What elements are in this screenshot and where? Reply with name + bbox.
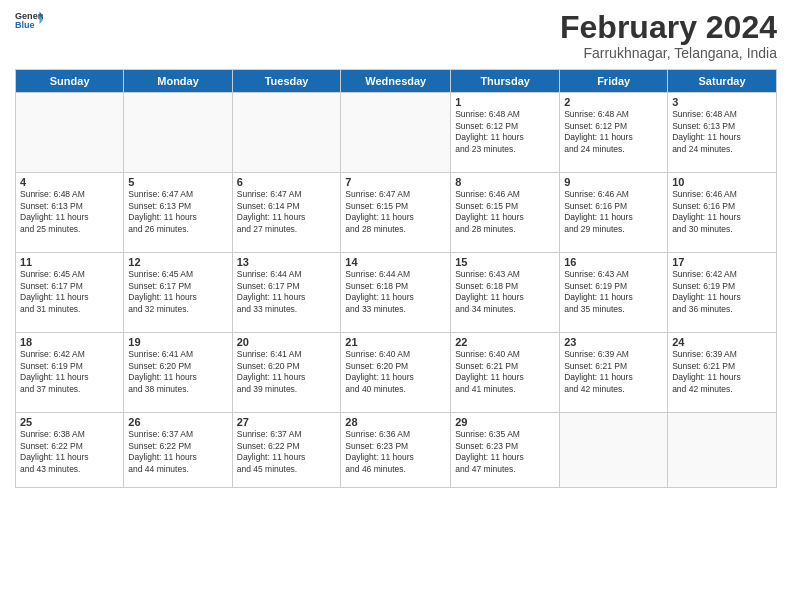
calendar-cell: 19Sunrise: 6:41 AM Sunset: 6:20 PM Dayli… <box>124 333 232 413</box>
day-number: 19 <box>128 336 227 348</box>
day-info: Sunrise: 6:43 AM Sunset: 6:18 PM Dayligh… <box>455 269 555 315</box>
day-number: 16 <box>564 256 663 268</box>
day-number: 5 <box>128 176 227 188</box>
day-info: Sunrise: 6:47 AM Sunset: 6:15 PM Dayligh… <box>345 189 446 235</box>
calendar-cell: 10Sunrise: 6:46 AM Sunset: 6:16 PM Dayli… <box>668 173 777 253</box>
calendar-cell: 27Sunrise: 6:37 AM Sunset: 6:22 PM Dayli… <box>232 413 341 488</box>
day-info: Sunrise: 6:39 AM Sunset: 6:21 PM Dayligh… <box>564 349 663 395</box>
day-number: 7 <box>345 176 446 188</box>
main-title: February 2024 <box>560 10 777 45</box>
calendar-cell <box>341 93 451 173</box>
day-info: Sunrise: 6:45 AM Sunset: 6:17 PM Dayligh… <box>20 269 119 315</box>
logo-icon: General Blue <box>15 10 43 30</box>
day-number: 28 <box>345 416 446 428</box>
calendar-cell: 5Sunrise: 6:47 AM Sunset: 6:13 PM Daylig… <box>124 173 232 253</box>
day-number: 26 <box>128 416 227 428</box>
day-info: Sunrise: 6:41 AM Sunset: 6:20 PM Dayligh… <box>237 349 337 395</box>
day-info: Sunrise: 6:40 AM Sunset: 6:21 PM Dayligh… <box>455 349 555 395</box>
day-info: Sunrise: 6:44 AM Sunset: 6:18 PM Dayligh… <box>345 269 446 315</box>
day-number: 2 <box>564 96 663 108</box>
day-info: Sunrise: 6:48 AM Sunset: 6:12 PM Dayligh… <box>455 109 555 155</box>
page: General Blue February 2024 Farrukhnagar,… <box>0 0 792 612</box>
col-saturday: Saturday <box>668 70 777 93</box>
calendar-week-2: 4Sunrise: 6:48 AM Sunset: 6:13 PM Daylig… <box>16 173 777 253</box>
calendar-cell: 24Sunrise: 6:39 AM Sunset: 6:21 PM Dayli… <box>668 333 777 413</box>
day-info: Sunrise: 6:48 AM Sunset: 6:13 PM Dayligh… <box>672 109 772 155</box>
col-wednesday: Wednesday <box>341 70 451 93</box>
day-number: 11 <box>20 256 119 268</box>
day-number: 15 <box>455 256 555 268</box>
svg-text:Blue: Blue <box>15 20 35 30</box>
calendar-cell: 13Sunrise: 6:44 AM Sunset: 6:17 PM Dayli… <box>232 253 341 333</box>
day-number: 6 <box>237 176 337 188</box>
calendar-cell: 17Sunrise: 6:42 AM Sunset: 6:19 PM Dayli… <box>668 253 777 333</box>
day-info: Sunrise: 6:43 AM Sunset: 6:19 PM Dayligh… <box>564 269 663 315</box>
day-info: Sunrise: 6:46 AM Sunset: 6:15 PM Dayligh… <box>455 189 555 235</box>
calendar-cell: 4Sunrise: 6:48 AM Sunset: 6:13 PM Daylig… <box>16 173 124 253</box>
day-info: Sunrise: 6:48 AM Sunset: 6:12 PM Dayligh… <box>564 109 663 155</box>
calendar-cell: 20Sunrise: 6:41 AM Sunset: 6:20 PM Dayli… <box>232 333 341 413</box>
day-number: 17 <box>672 256 772 268</box>
col-thursday: Thursday <box>451 70 560 93</box>
calendar-week-5: 25Sunrise: 6:38 AM Sunset: 6:22 PM Dayli… <box>16 413 777 488</box>
calendar-week-3: 11Sunrise: 6:45 AM Sunset: 6:17 PM Dayli… <box>16 253 777 333</box>
calendar-cell: 23Sunrise: 6:39 AM Sunset: 6:21 PM Dayli… <box>560 333 668 413</box>
day-info: Sunrise: 6:47 AM Sunset: 6:13 PM Dayligh… <box>128 189 227 235</box>
day-number: 22 <box>455 336 555 348</box>
day-info: Sunrise: 6:42 AM Sunset: 6:19 PM Dayligh… <box>672 269 772 315</box>
calendar-week-4: 18Sunrise: 6:42 AM Sunset: 6:19 PM Dayli… <box>16 333 777 413</box>
day-number: 12 <box>128 256 227 268</box>
calendar-cell: 12Sunrise: 6:45 AM Sunset: 6:17 PM Dayli… <box>124 253 232 333</box>
day-info: Sunrise: 6:41 AM Sunset: 6:20 PM Dayligh… <box>128 349 227 395</box>
day-number: 10 <box>672 176 772 188</box>
day-info: Sunrise: 6:38 AM Sunset: 6:22 PM Dayligh… <box>20 429 119 475</box>
calendar-cell: 26Sunrise: 6:37 AM Sunset: 6:22 PM Dayli… <box>124 413 232 488</box>
day-info: Sunrise: 6:48 AM Sunset: 6:13 PM Dayligh… <box>20 189 119 235</box>
day-number: 27 <box>237 416 337 428</box>
day-number: 25 <box>20 416 119 428</box>
day-info: Sunrise: 6:37 AM Sunset: 6:22 PM Dayligh… <box>237 429 337 475</box>
day-number: 24 <box>672 336 772 348</box>
col-friday: Friday <box>560 70 668 93</box>
day-info: Sunrise: 6:44 AM Sunset: 6:17 PM Dayligh… <box>237 269 337 315</box>
day-number: 9 <box>564 176 663 188</box>
calendar-cell: 22Sunrise: 6:40 AM Sunset: 6:21 PM Dayli… <box>451 333 560 413</box>
calendar-cell: 8Sunrise: 6:46 AM Sunset: 6:15 PM Daylig… <box>451 173 560 253</box>
calendar-cell <box>560 413 668 488</box>
calendar-header: Sunday Monday Tuesday Wednesday Thursday… <box>16 70 777 93</box>
day-number: 21 <box>345 336 446 348</box>
day-number: 13 <box>237 256 337 268</box>
day-number: 8 <box>455 176 555 188</box>
day-number: 4 <box>20 176 119 188</box>
col-sunday: Sunday <box>16 70 124 93</box>
calendar-cell: 28Sunrise: 6:36 AM Sunset: 6:23 PM Dayli… <box>341 413 451 488</box>
calendar-cell: 11Sunrise: 6:45 AM Sunset: 6:17 PM Dayli… <box>16 253 124 333</box>
day-info: Sunrise: 6:40 AM Sunset: 6:20 PM Dayligh… <box>345 349 446 395</box>
logo: General Blue <box>15 10 43 30</box>
calendar-cell: 6Sunrise: 6:47 AM Sunset: 6:14 PM Daylig… <box>232 173 341 253</box>
day-info: Sunrise: 6:46 AM Sunset: 6:16 PM Dayligh… <box>564 189 663 235</box>
calendar-cell <box>16 93 124 173</box>
day-info: Sunrise: 6:45 AM Sunset: 6:17 PM Dayligh… <box>128 269 227 315</box>
calendar-cell <box>232 93 341 173</box>
calendar-cell <box>668 413 777 488</box>
day-info: Sunrise: 6:46 AM Sunset: 6:16 PM Dayligh… <box>672 189 772 235</box>
subtitle: Farrukhnagar, Telangana, India <box>560 45 777 61</box>
day-number: 14 <box>345 256 446 268</box>
day-info: Sunrise: 6:39 AM Sunset: 6:21 PM Dayligh… <box>672 349 772 395</box>
col-tuesday: Tuesday <box>232 70 341 93</box>
day-info: Sunrise: 6:47 AM Sunset: 6:14 PM Dayligh… <box>237 189 337 235</box>
day-number: 18 <box>20 336 119 348</box>
calendar-cell: 15Sunrise: 6:43 AM Sunset: 6:18 PM Dayli… <box>451 253 560 333</box>
calendar-week-1: 1Sunrise: 6:48 AM Sunset: 6:12 PM Daylig… <box>16 93 777 173</box>
calendar-cell: 29Sunrise: 6:35 AM Sunset: 6:23 PM Dayli… <box>451 413 560 488</box>
calendar-cell: 9Sunrise: 6:46 AM Sunset: 6:16 PM Daylig… <box>560 173 668 253</box>
calendar-cell: 18Sunrise: 6:42 AM Sunset: 6:19 PM Dayli… <box>16 333 124 413</box>
calendar-cell: 25Sunrise: 6:38 AM Sunset: 6:22 PM Dayli… <box>16 413 124 488</box>
header: General Blue February 2024 Farrukhnagar,… <box>15 10 777 61</box>
calendar-cell: 2Sunrise: 6:48 AM Sunset: 6:12 PM Daylig… <box>560 93 668 173</box>
calendar-body: 1Sunrise: 6:48 AM Sunset: 6:12 PM Daylig… <box>16 93 777 488</box>
day-info: Sunrise: 6:35 AM Sunset: 6:23 PM Dayligh… <box>455 429 555 475</box>
day-number: 3 <box>672 96 772 108</box>
day-number: 23 <box>564 336 663 348</box>
